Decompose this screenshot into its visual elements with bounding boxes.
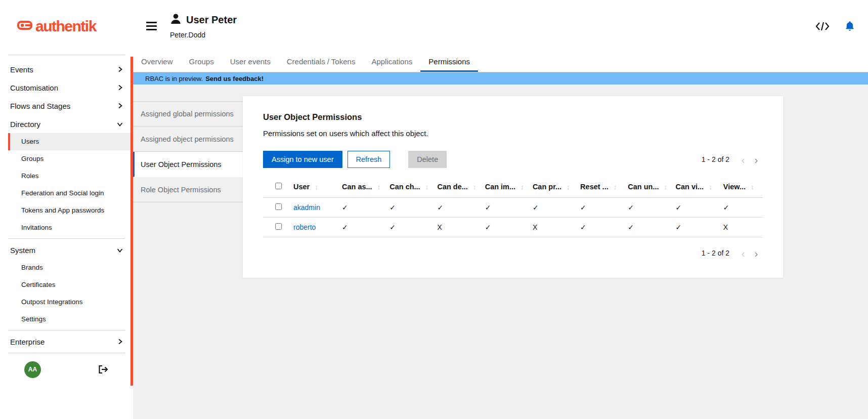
column-header-user: User↕ <box>285 176 334 198</box>
tab-user-events[interactable]: User events <box>222 52 279 72</box>
sort-icon[interactable]: ↕ <box>567 183 570 191</box>
permission-value: ✓ <box>676 203 682 212</box>
pagination-next-icon[interactable]: › <box>750 153 763 166</box>
page-subtitle: Peter.Dodd <box>170 31 237 39</box>
api-code-icon[interactable] <box>815 22 830 31</box>
sidebar-item-label: Enterprise <box>10 338 45 346</box>
assign-to-new-user-button[interactable]: Assign to new user <box>263 151 342 168</box>
system-children: Brands Certificates Outpost Integrations… <box>0 259 133 328</box>
tab-groups[interactable]: Groups <box>181 52 222 72</box>
table-toolbar: Assign to new user Refresh Delete 1 - 2 … <box>263 151 763 168</box>
user-object-permissions-panel: User Object Permissions Permissions set … <box>243 96 783 278</box>
feedback-link[interactable]: Send us feedback! <box>205 75 264 82</box>
title-block: User Peter Peter.Dodd <box>170 13 237 39</box>
avatar[interactable]: AA <box>24 361 41 378</box>
delete-button[interactable]: Delete <box>408 151 447 168</box>
header-icons <box>815 21 855 31</box>
sort-icon[interactable]: ↕ <box>425 183 429 191</box>
sidebar-item-tokens[interactable]: Tokens and App passwords <box>8 202 133 219</box>
column-header-can-view: Can vi...↕ <box>668 176 715 198</box>
sidebar-item-federation[interactable]: Federation and Social login <box>8 185 133 202</box>
column-header-can-unassign: Can un...↕ <box>620 176 667 198</box>
chevron-right-icon <box>117 339 123 345</box>
sidebar-item-invitations[interactable]: Invitations <box>8 219 133 236</box>
column-header-can-impersonate: Can im...↕ <box>477 176 525 198</box>
sidebar-item-brands[interactable]: Brands <box>8 259 133 276</box>
top-pagination: 1 - 2 of 2 ‹ › <box>702 153 763 166</box>
sort-icon[interactable]: ↕ <box>473 183 476 191</box>
sidebar-item-system[interactable]: System <box>0 241 133 259</box>
user-icon <box>170 13 182 27</box>
sort-icon[interactable]: ↕ <box>664 183 668 191</box>
user-link[interactable]: akadmin <box>293 203 320 212</box>
sidebar-item-directory[interactable]: Directory <box>0 115 133 133</box>
sort-icon[interactable]: ↕ <box>377 183 381 191</box>
vtab-assigned-object-permissions[interactable]: Assigned object permissions <box>133 127 243 152</box>
vtab-role-object-permissions[interactable]: Role Object Permissions <box>133 177 243 202</box>
divider <box>8 55 125 55</box>
sort-icon[interactable]: ↕ <box>520 183 524 191</box>
authentik-logo-icon <box>17 18 32 34</box>
permission-value: ✓ <box>437 203 443 212</box>
authentik-logo[interactable]: authentik <box>17 18 96 35</box>
sort-icon[interactable]: ↕ <box>614 183 617 191</box>
user-link[interactable]: roberto <box>293 223 316 231</box>
permission-value: ✓ <box>628 223 634 231</box>
vtab-assigned-global-permissions[interactable]: Assigned global permissions <box>133 101 243 127</box>
sidebar-item-outpost-integrations[interactable]: Outpost Integrations <box>8 294 133 311</box>
sidebar-item-customisation[interactable]: Customisation <box>0 78 133 97</box>
tab-overview[interactable]: Overview <box>133 52 181 72</box>
page-header: User Peter Peter.Dodd <box>133 0 868 52</box>
vtab-user-object-permissions[interactable]: User Object Permissions <box>133 152 243 177</box>
tab-permissions[interactable]: Permissions <box>420 52 478 72</box>
column-header-reset: Reset ...↕ <box>572 176 620 198</box>
permission-value: ✓ <box>342 203 348 212</box>
sidebar-item-label: Directory <box>10 120 40 129</box>
sort-icon[interactable]: ↕ <box>315 183 318 191</box>
sidebar-item-label: Customisation <box>10 83 58 92</box>
permission-value: X <box>723 223 728 231</box>
panel-description: Permissions set on users which affect th… <box>263 129 763 138</box>
chevron-down-icon <box>117 247 123 253</box>
pagination-label: 1 - 2 of 2 <box>702 155 729 163</box>
row-checkbox[interactable] <box>275 203 282 210</box>
sidebar-item-roles[interactable]: Roles <box>8 167 133 185</box>
column-header-can-preview: Can pr...↕ <box>525 176 572 198</box>
tab-applications[interactable]: Applications <box>363 52 420 72</box>
divider <box>8 238 125 239</box>
sidebar-item-groups[interactable]: Groups <box>8 150 133 167</box>
authentik-logo-text: authentik <box>35 18 96 35</box>
pagination-next-icon[interactable]: › <box>750 246 763 260</box>
sidebar-item-certificates[interactable]: Certificates <box>8 276 133 294</box>
select-all-checkbox[interactable] <box>275 183 282 189</box>
hamburger-menu-icon[interactable] <box>146 22 157 30</box>
row-checkbox[interactable] <box>275 223 282 230</box>
banner-text: RBAC is in preview. <box>145 75 203 82</box>
permission-value: ✓ <box>485 223 491 231</box>
sidebar-item-settings[interactable]: Settings <box>8 311 133 328</box>
sort-icon[interactable]: ↕ <box>751 183 754 191</box>
permission-value: ✓ <box>342 223 348 231</box>
permission-value: ✓ <box>389 203 396 212</box>
sort-icon[interactable]: ↕ <box>709 183 712 191</box>
permission-value: ✓ <box>485 203 491 212</box>
sidebar-item-enterprise[interactable]: Enterprise <box>0 332 133 351</box>
permission-value: ✓ <box>723 203 729 212</box>
sidebar-item-events[interactable]: Events <box>0 60 133 78</box>
pagination-prev-icon[interactable]: ‹ <box>736 246 750 260</box>
tab-credentials-tokens[interactable]: Credentials / Tokens <box>279 52 364 72</box>
table-row: roberto ✓ ✓ X ✓ X ✓ ✓ ✓ X <box>263 218 763 237</box>
permissions-table: User↕ Can as...↕ Can ch...↕ Can de...↕ C… <box>263 176 763 237</box>
sidebar-item-flows-and-stages[interactable]: Flows and Stages <box>0 97 133 115</box>
sidebar-item-label: Flows and Stages <box>10 102 70 110</box>
sidebar-item-users[interactable]: Users <box>8 133 133 150</box>
permission-value: ✓ <box>580 223 586 231</box>
refresh-button[interactable]: Refresh <box>348 151 390 168</box>
sidebar-nav: Events Customisation Flows and Stages Di… <box>0 57 133 351</box>
sidebar-footer: AA <box>0 355 133 384</box>
sidebar-item-label: Events <box>10 65 33 74</box>
pagination-prev-icon[interactable]: ‹ <box>736 153 750 166</box>
app-root: authentik Events Customisation Flows and… <box>0 0 868 419</box>
notifications-bell-icon[interactable] <box>845 21 855 31</box>
sign-out-icon[interactable] <box>98 365 109 374</box>
